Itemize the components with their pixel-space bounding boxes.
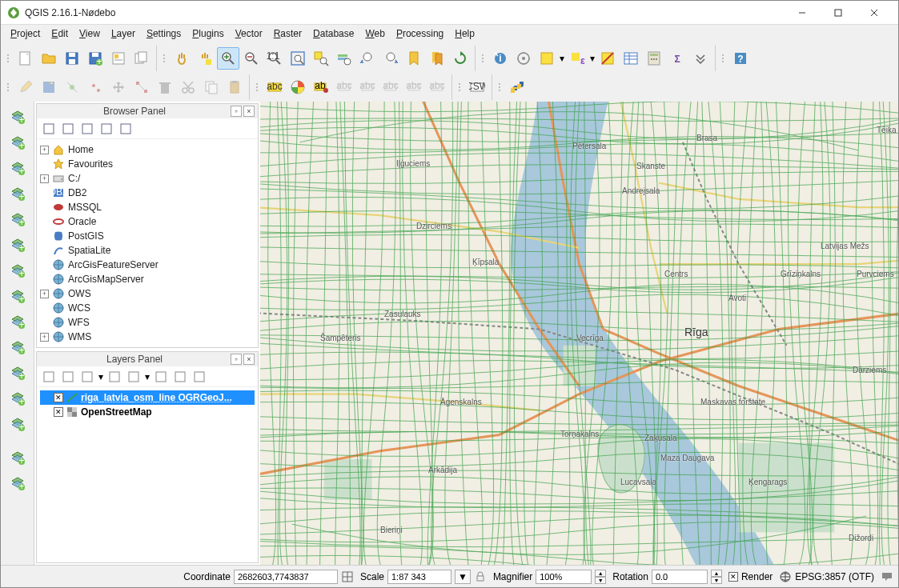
label-style-icon[interactable] xyxy=(287,76,309,98)
menu-database[interactable]: Database xyxy=(308,26,359,41)
add-virtual-icon[interactable]: + xyxy=(5,361,30,385)
browser-item-wcs[interactable]: WCS xyxy=(38,301,256,315)
new-project-icon[interactable] xyxy=(14,47,37,70)
layers-tree[interactable]: ✕riga_latvia_osm_line OGRGeoJ...✕OpenStr… xyxy=(37,387,258,562)
browser-panel-restore-button[interactable]: ▫ xyxy=(231,106,242,117)
save-project-icon[interactable] xyxy=(61,47,83,70)
table-icon[interactable] xyxy=(620,47,642,70)
deselect-icon[interactable] xyxy=(596,47,619,70)
add-db2-icon[interactable]: + xyxy=(5,233,30,257)
render-checkbox[interactable]: ✕ xyxy=(728,572,738,582)
grass-icon[interactable]: + xyxy=(5,471,30,495)
menu-plugins[interactable]: Plugins xyxy=(187,26,228,41)
browser-item-wfs[interactable]: WFS xyxy=(38,315,256,330)
add-spatialite-icon[interactable]: + xyxy=(5,156,30,180)
add-wcs-icon[interactable]: + xyxy=(5,284,30,308)
remove-icon[interactable] xyxy=(191,368,208,386)
crs-icon[interactable] xyxy=(779,570,792,583)
maximize-button[interactable] xyxy=(820,2,856,24)
bookmarks-icon[interactable] xyxy=(426,47,448,70)
more-icon[interactable] xyxy=(689,47,712,70)
add-point-icon[interactable] xyxy=(84,76,106,98)
pan-selection-icon[interactable] xyxy=(194,47,216,70)
cut-icon[interactable] xyxy=(177,76,199,98)
collapse2-icon[interactable] xyxy=(171,368,189,386)
label-tool3-icon[interactable]: abc xyxy=(379,76,402,98)
browser-item-home[interactable]: +Home xyxy=(38,142,256,157)
menu-edit[interactable]: Edit xyxy=(46,26,73,41)
add-raster-icon[interactable]: + xyxy=(5,130,30,154)
menu-processing[interactable]: Processing xyxy=(391,26,448,41)
toggle-edit-icon[interactable] xyxy=(14,76,37,98)
browser-item-ows[interactable]: +OWS xyxy=(38,286,256,301)
pan-icon[interactable] xyxy=(171,47,193,70)
add-wfs-icon[interactable]: + xyxy=(5,310,30,334)
add-wms-icon[interactable]: + xyxy=(5,258,30,282)
close-button[interactable] xyxy=(856,2,892,24)
browser-item-postgis[interactable]: PostGIS xyxy=(38,229,256,243)
browser-item-arcgisfeatureserver[interactable]: ArcGisFeatureServer xyxy=(38,258,256,272)
browser-item-c[interactable]: +C:/ xyxy=(38,171,256,186)
collapse-icon[interactable] xyxy=(98,120,115,138)
add-vector-icon[interactable]: + xyxy=(5,105,30,129)
help-icon[interactable]: ? xyxy=(729,47,752,70)
minimize-button[interactable] xyxy=(784,2,820,24)
coord-input[interactable] xyxy=(234,570,338,584)
add-postgis-icon[interactable]: + xyxy=(5,182,30,206)
label-abc-icon[interactable]: abc xyxy=(263,76,286,98)
magnifier-spinner[interactable]: ▲▼ xyxy=(595,570,606,584)
save-edits-icon[interactable] xyxy=(38,76,60,98)
toggle-extents-icon[interactable] xyxy=(341,570,354,583)
action-run-icon[interactable] xyxy=(512,47,535,70)
menu-help[interactable]: Help xyxy=(450,26,480,41)
zoom-last-icon[interactable] xyxy=(356,47,379,70)
map-canvas[interactable]: RīgaIļģuciemsAndrejsalaPētersalaSkansteT… xyxy=(260,102,898,565)
filter2-icon[interactable] xyxy=(106,368,123,386)
menu-view[interactable]: View xyxy=(74,26,105,41)
copy-icon[interactable] xyxy=(200,76,223,98)
select-expr-icon[interactable]: ε xyxy=(566,47,588,70)
delete-selected-icon[interactable] xyxy=(154,76,176,98)
label-pin-icon[interactable]: ab xyxy=(310,76,332,98)
layers-panel-close-button[interactable]: × xyxy=(243,354,255,365)
rotation-input[interactable] xyxy=(652,570,708,584)
expr2-icon[interactable] xyxy=(125,368,142,386)
layer-rigalatviaosmlineogr[interactable]: ✕riga_latvia_osm_line OGRGeoJ... xyxy=(40,390,255,405)
browser-item-favourites[interactable]: Favourites xyxy=(38,157,256,171)
magnifier-input[interactable] xyxy=(536,570,592,584)
rotation-spinner[interactable]: ▲▼ xyxy=(711,570,722,584)
expand-icon[interactable] xyxy=(152,368,170,386)
field-calc-icon[interactable] xyxy=(643,47,665,70)
move-feature-icon[interactable] xyxy=(107,76,130,98)
refresh-icon[interactable] xyxy=(449,47,472,70)
zoom-next-icon[interactable] xyxy=(379,47,402,70)
label-tool4-icon[interactable]: abc xyxy=(403,76,425,98)
menu-vector[interactable]: Vector xyxy=(231,26,267,41)
scale-dropdown-button[interactable]: ▼ xyxy=(455,570,471,584)
save-as-icon[interactable]: + xyxy=(84,47,106,70)
new-composer-icon[interactable] xyxy=(107,47,130,70)
open-project-icon[interactable] xyxy=(38,47,60,70)
group-icon[interactable] xyxy=(59,368,77,386)
zoom-layer-icon[interactable] xyxy=(333,47,355,70)
composer-manager-icon[interactable] xyxy=(130,47,153,70)
filter-icon[interactable] xyxy=(78,120,96,138)
layer-openstreetmap[interactable]: ✕OpenStreetMap xyxy=(40,405,255,419)
browser-item-mssql[interactable]: MSSQL xyxy=(38,200,256,214)
new-spatialite-icon[interactable]: + xyxy=(5,412,30,436)
visibility-icon[interactable] xyxy=(78,368,96,386)
label-tool5-icon[interactable]: abc xyxy=(426,76,448,98)
properties-icon[interactable] xyxy=(117,120,134,138)
menu-raster[interactable]: Raster xyxy=(269,26,307,41)
zoom-native-icon[interactable]: 1:1 xyxy=(263,47,286,70)
select-icon[interactable] xyxy=(536,47,558,70)
menu-layer[interactable]: Layer xyxy=(106,26,140,41)
menu-web[interactable]: Web xyxy=(360,26,389,41)
browser-item-db2[interactable]: DB2DB2 xyxy=(38,186,256,200)
browser-item-spatialite[interactable]: SpatiaLite xyxy=(38,243,256,258)
menu-project[interactable]: Project xyxy=(6,26,45,41)
layers-panel-restore-button[interactable]: ▫ xyxy=(231,354,242,365)
refresh-browser-icon[interactable] xyxy=(59,120,77,138)
identify-icon[interactable]: i xyxy=(489,47,512,70)
new-shapefile-icon[interactable]: + xyxy=(5,386,30,410)
